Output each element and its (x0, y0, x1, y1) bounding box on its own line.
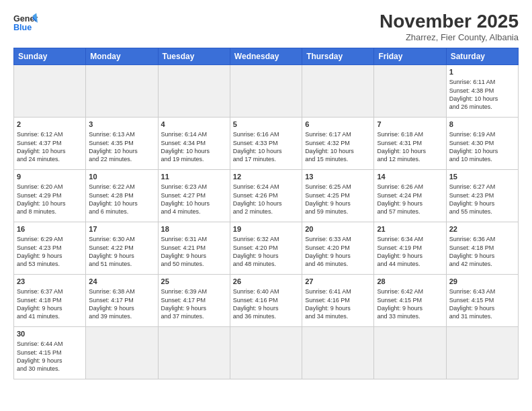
calendar-cell: 13Sunrise: 6:25 AM Sunset: 4:25 PM Dayli… (302, 170, 374, 222)
calendar-cell: 28Sunrise: 6:42 AM Sunset: 4:15 PM Dayli… (374, 275, 446, 327)
day-number: 20 (305, 224, 371, 234)
calendar-cell: 29Sunrise: 6:43 AM Sunset: 4:15 PM Dayli… (446, 275, 518, 327)
calendar-table: SundayMondayTuesdayWednesdayThursdayFrid… (13, 48, 519, 379)
logo: General Blue (13, 11, 38, 35)
calendar-cell (446, 327, 518, 379)
day-number: 14 (377, 172, 443, 182)
day-number: 27 (305, 277, 371, 287)
calendar-cell: 12Sunrise: 6:24 AM Sunset: 4:26 PM Dayli… (230, 170, 302, 222)
calendar-week-3: 16Sunrise: 6:29 AM Sunset: 4:23 PM Dayli… (14, 222, 519, 275)
calendar-week-4: 23Sunrise: 6:37 AM Sunset: 4:18 PM Dayli… (14, 275, 519, 327)
calendar-cell: 10Sunrise: 6:22 AM Sunset: 4:28 PM Dayli… (86, 170, 158, 222)
calendar-cell: 30Sunrise: 6:44 AM Sunset: 4:15 PM Dayli… (14, 327, 86, 379)
calendar-weekday-friday: Friday (374, 48, 446, 65)
day-number: 15 (449, 172, 515, 182)
calendar-cell: 17Sunrise: 6:30 AM Sunset: 4:22 PM Dayli… (86, 222, 158, 275)
calendar-cell: 18Sunrise: 6:31 AM Sunset: 4:21 PM Dayli… (158, 222, 230, 275)
calendar-cell: 3Sunrise: 6:13 AM Sunset: 4:35 PM Daylig… (86, 118, 158, 170)
day-info: Sunrise: 6:33 AM Sunset: 4:20 PM Dayligh… (305, 235, 371, 268)
logo-icon: General Blue (13, 11, 38, 35)
day-number: 7 (377, 120, 443, 130)
calendar-cell: 9Sunrise: 6:20 AM Sunset: 4:29 PM Daylig… (14, 170, 86, 222)
calendar-week-1: 2Sunrise: 6:12 AM Sunset: 4:37 PM Daylig… (14, 118, 519, 170)
calendar-weekday-wednesday: Wednesday (230, 48, 302, 65)
day-info: Sunrise: 6:36 AM Sunset: 4:18 PM Dayligh… (449, 235, 515, 268)
calendar-cell (86, 65, 158, 118)
calendar-cell (302, 327, 374, 379)
calendar-cell (158, 327, 230, 379)
day-number: 26 (233, 277, 299, 287)
day-info: Sunrise: 6:29 AM Sunset: 4:23 PM Dayligh… (17, 235, 83, 268)
page: General Blue November 2025 Zharrez, Fier… (0, 0, 532, 411)
calendar-cell: 1Sunrise: 6:11 AM Sunset: 4:38 PM Daylig… (446, 65, 518, 118)
day-number: 28 (377, 277, 443, 287)
day-info: Sunrise: 6:20 AM Sunset: 4:29 PM Dayligh… (17, 183, 83, 216)
day-number: 1 (449, 67, 515, 77)
svg-text:Blue: Blue (13, 23, 32, 32)
day-number: 8 (449, 120, 515, 130)
calendar-cell: 2Sunrise: 6:12 AM Sunset: 4:37 PM Daylig… (14, 118, 86, 170)
day-info: Sunrise: 6:13 AM Sunset: 4:35 PM Dayligh… (89, 130, 154, 163)
day-number: 19 (233, 224, 299, 234)
day-number: 10 (89, 172, 154, 182)
day-info: Sunrise: 6:23 AM Sunset: 4:27 PM Dayligh… (161, 183, 227, 216)
day-number: 25 (161, 277, 227, 287)
day-number: 5 (233, 120, 299, 130)
calendar-cell: 8Sunrise: 6:19 AM Sunset: 4:30 PM Daylig… (446, 118, 518, 170)
day-number: 6 (305, 120, 371, 130)
calendar-header-row: SundayMondayTuesdayWednesdayThursdayFrid… (14, 48, 519, 65)
day-info: Sunrise: 6:31 AM Sunset: 4:21 PM Dayligh… (161, 235, 227, 268)
day-info: Sunrise: 6:40 AM Sunset: 4:16 PM Dayligh… (233, 287, 299, 320)
day-number: 17 (89, 224, 154, 234)
day-number: 9 (17, 172, 83, 182)
day-number: 18 (161, 224, 227, 234)
day-info: Sunrise: 6:43 AM Sunset: 4:15 PM Dayligh… (449, 287, 515, 320)
calendar-cell: 11Sunrise: 6:23 AM Sunset: 4:27 PM Dayli… (158, 170, 230, 222)
day-info: Sunrise: 6:41 AM Sunset: 4:16 PM Dayligh… (305, 287, 371, 320)
calendar-week-5: 30Sunrise: 6:44 AM Sunset: 4:15 PM Dayli… (14, 327, 519, 379)
day-number: 23 (17, 277, 83, 287)
day-info: Sunrise: 6:26 AM Sunset: 4:24 PM Dayligh… (377, 183, 443, 216)
day-info: Sunrise: 6:34 AM Sunset: 4:19 PM Dayligh… (377, 235, 443, 268)
day-info: Sunrise: 6:24 AM Sunset: 4:26 PM Dayligh… (233, 183, 299, 216)
calendar-cell (374, 65, 446, 118)
calendar-weekday-tuesday: Tuesday (158, 48, 230, 65)
day-number: 16 (17, 224, 83, 234)
day-number: 30 (17, 329, 83, 339)
calendar-cell: 15Sunrise: 6:27 AM Sunset: 4:23 PM Dayli… (446, 170, 518, 222)
day-info: Sunrise: 6:30 AM Sunset: 4:22 PM Dayligh… (89, 235, 154, 268)
subtitle: Zharrez, Fier County, Albania (380, 32, 519, 42)
calendar-cell (302, 65, 374, 118)
day-info: Sunrise: 6:14 AM Sunset: 4:34 PM Dayligh… (161, 130, 227, 163)
calendar-cell: 22Sunrise: 6:36 AM Sunset: 4:18 PM Dayli… (446, 222, 518, 275)
day-number: 2 (17, 120, 83, 130)
day-info: Sunrise: 6:32 AM Sunset: 4:20 PM Dayligh… (233, 235, 299, 268)
day-info: Sunrise: 6:16 AM Sunset: 4:33 PM Dayligh… (233, 130, 299, 163)
day-number: 3 (89, 120, 154, 130)
calendar-cell: 14Sunrise: 6:26 AM Sunset: 4:24 PM Dayli… (374, 170, 446, 222)
calendar-cell (230, 65, 302, 118)
day-info: Sunrise: 6:11 AM Sunset: 4:38 PM Dayligh… (449, 78, 515, 111)
day-info: Sunrise: 6:38 AM Sunset: 4:17 PM Dayligh… (89, 287, 154, 320)
calendar-weekday-thursday: Thursday (302, 48, 374, 65)
month-title: November 2025 (380, 11, 519, 32)
day-info: Sunrise: 6:22 AM Sunset: 4:28 PM Dayligh… (89, 183, 154, 216)
calendar-cell: 25Sunrise: 6:39 AM Sunset: 4:17 PM Dayli… (158, 275, 230, 327)
calendar-cell (230, 327, 302, 379)
day-info: Sunrise: 6:39 AM Sunset: 4:17 PM Dayligh… (161, 287, 227, 320)
day-info: Sunrise: 6:17 AM Sunset: 4:32 PM Dayligh… (305, 130, 371, 163)
day-info: Sunrise: 6:42 AM Sunset: 4:15 PM Dayligh… (377, 287, 443, 320)
day-number: 4 (161, 120, 227, 130)
day-number: 22 (449, 224, 515, 234)
day-info: Sunrise: 6:44 AM Sunset: 4:15 PM Dayligh… (17, 340, 83, 373)
day-info: Sunrise: 6:18 AM Sunset: 4:31 PM Dayligh… (377, 130, 443, 163)
calendar-week-0: 1Sunrise: 6:11 AM Sunset: 4:38 PM Daylig… (14, 65, 519, 118)
calendar-cell (86, 327, 158, 379)
title-block: November 2025 Zharrez, Fier County, Alba… (380, 11, 519, 42)
calendar-weekday-sunday: Sunday (14, 48, 86, 65)
day-number: 21 (377, 224, 443, 234)
day-number: 11 (161, 172, 227, 182)
calendar-cell: 27Sunrise: 6:41 AM Sunset: 4:16 PM Dayli… (302, 275, 374, 327)
calendar-cell: 21Sunrise: 6:34 AM Sunset: 4:19 PM Dayli… (374, 222, 446, 275)
calendar-cell: 26Sunrise: 6:40 AM Sunset: 4:16 PM Dayli… (230, 275, 302, 327)
